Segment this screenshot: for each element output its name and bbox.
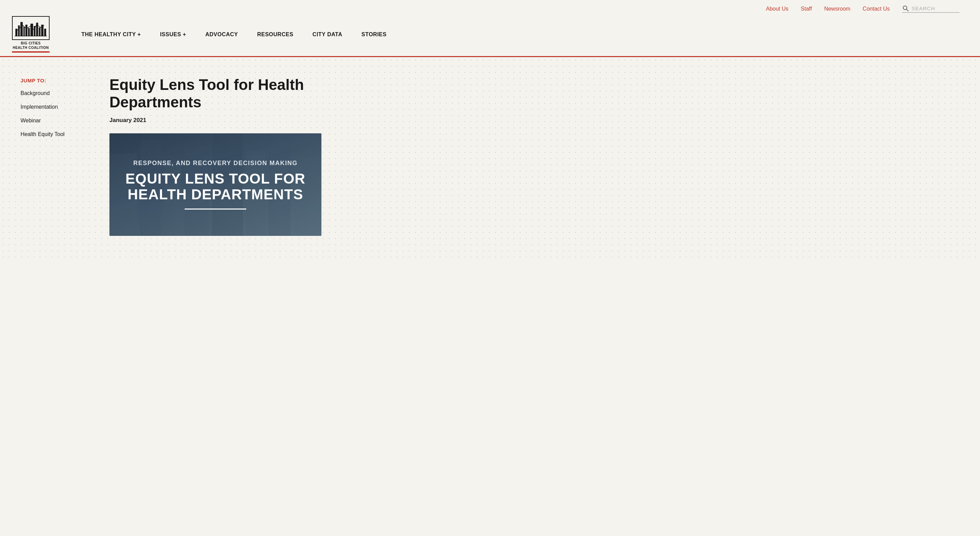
- logo-box: [12, 16, 49, 40]
- search-icon: [902, 5, 909, 12]
- svg-rect-6: [25, 25, 27, 36]
- nav-stories[interactable]: STORIES: [352, 22, 396, 47]
- hero-image-card: RESPONSE, AND RECOVERY DECISION MAKING E…: [110, 133, 321, 236]
- content-area: JUMP TO: Background Implementation Webin…: [0, 57, 980, 262]
- logo-underline: [12, 51, 49, 52]
- image-card-line: [185, 208, 246, 210]
- sidebar-link-health-equity-tool[interactable]: Health Equity Tool: [21, 131, 89, 137]
- search-container: [902, 5, 959, 13]
- logo-area: BIG CITIES HEALTH COALITION: [10, 16, 51, 52]
- svg-rect-8: [30, 24, 33, 36]
- staff-link[interactable]: Staff: [801, 6, 812, 12]
- sidebar-link-background[interactable]: Background: [21, 90, 89, 96]
- sidebar-link-webinar[interactable]: Webinar: [21, 118, 89, 124]
- svg-rect-5: [23, 27, 25, 36]
- svg-rect-11: [39, 27, 41, 36]
- header-main: BIG CITIES HEALTH COALITION THE HEALTHY …: [0, 16, 980, 52]
- image-card-title: EQUITY LENS TOOL FOR HEALTH DEPARTMENTS: [119, 171, 312, 202]
- svg-rect-4: [21, 22, 23, 36]
- sidebar-link-implementation[interactable]: Implementation: [21, 104, 89, 110]
- svg-rect-7: [28, 28, 30, 36]
- svg-rect-2: [15, 29, 18, 36]
- image-card-subtitle: RESPONSE, AND RECOVERY DECISION MAKING: [127, 160, 304, 167]
- newsroom-link[interactable]: Newsroom: [824, 6, 850, 12]
- nav-resources[interactable]: RESOURCES: [248, 22, 303, 47]
- main-content: Equity Lens Tool for Health Departments …: [110, 74, 959, 245]
- nav-advocacy[interactable]: ADVOCACY: [196, 22, 248, 47]
- contact-us-link[interactable]: Contact Us: [863, 6, 890, 12]
- jump-to-label: JUMP TO:: [21, 78, 89, 83]
- svg-line-1: [907, 9, 908, 11]
- about-us-link[interactable]: About Us: [766, 6, 789, 12]
- top-nav: About Us Staff Newsroom Contact Us: [0, 0, 980, 16]
- sidebar: JUMP TO: Background Implementation Webin…: [21, 74, 89, 245]
- logo-text: BIG CITIES HEALTH COALITION: [13, 41, 49, 50]
- nav-healthy-city[interactable]: THE HEALTHY CITY: [72, 22, 150, 47]
- logo-svg: [15, 19, 47, 38]
- page-title: Equity Lens Tool for Health Departments: [110, 76, 349, 111]
- svg-rect-3: [18, 25, 20, 36]
- nav-issues[interactable]: ISSUES: [150, 22, 196, 47]
- nav-city-data[interactable]: CITY DATA: [303, 22, 352, 47]
- svg-rect-13: [44, 29, 46, 36]
- main-nav: THE HEALTHY CITY ISSUES ADVOCACY RESOURC…: [72, 22, 959, 47]
- search-input[interactable]: [912, 5, 959, 11]
- page-date: January 2021: [110, 117, 959, 124]
- sidebar-links: Background Implementation Webinar Health…: [21, 90, 89, 137]
